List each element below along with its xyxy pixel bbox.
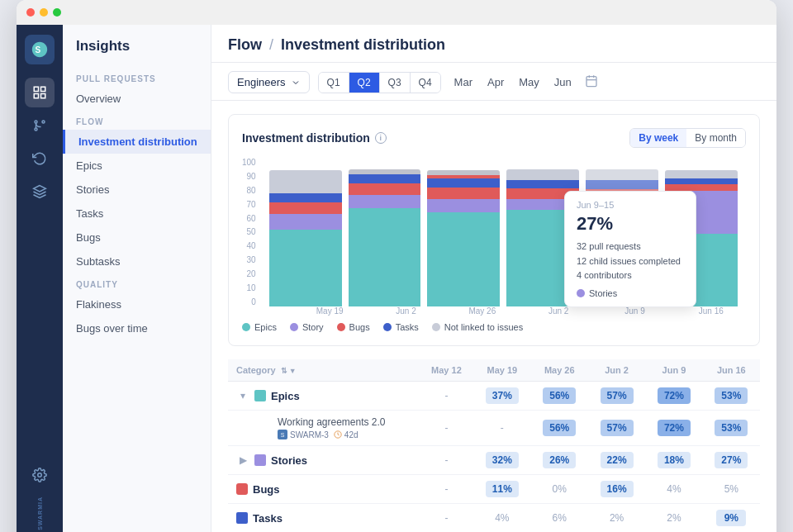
tooltip-pr: 32 pull requests xyxy=(577,240,684,254)
bugs-icon xyxy=(236,483,248,495)
tasks-label: Tasks xyxy=(253,512,283,525)
x-label-5: Jun 9 xyxy=(600,306,669,316)
stories-toggle[interactable]: ▶ xyxy=(236,454,249,467)
bar-bugs-6 xyxy=(665,184,738,191)
month-may[interactable]: May xyxy=(517,73,541,92)
chart-legend: Epics Story Bugs Tasks xyxy=(242,316,746,332)
sidebar-logo: S xyxy=(25,35,55,64)
tasks-jun9: 2% xyxy=(667,512,681,524)
bar-stack-3[interactable] xyxy=(427,170,500,306)
content-area: Investment distribution i By week By mon… xyxy=(211,101,776,532)
stories-icon xyxy=(254,454,266,466)
sub-item-meta: S SWARM-3 42d xyxy=(278,430,411,439)
x-label-1: May 19 xyxy=(295,306,364,316)
swarm-icon: S xyxy=(278,430,287,439)
tasks-may12: - xyxy=(444,512,448,524)
nav-item-bugs[interactable]: Bugs xyxy=(63,226,211,249)
nav-item-stories[interactable]: Stories xyxy=(63,178,211,202)
legend-bugs: Bugs xyxy=(337,322,370,332)
nav-section-pr: PULL REQUESTS xyxy=(63,68,211,87)
view-by-month[interactable]: By month xyxy=(686,129,745,147)
bugs-may12: - xyxy=(444,483,448,495)
stories-jun2: 22% xyxy=(601,452,634,468)
bar-tasks-4 xyxy=(506,180,579,188)
sidebar-bottom: SWARMIA xyxy=(25,460,55,532)
nav-item-epics[interactable]: Epics xyxy=(63,154,211,178)
month-apr[interactable]: Apr xyxy=(486,73,506,92)
x-label-6: Jun 16 xyxy=(677,306,746,316)
sub-item-name: Working agreements 2.0 xyxy=(278,416,411,428)
tooltip-dot xyxy=(577,289,585,297)
calendar-icon[interactable] xyxy=(585,74,598,91)
table-row-bugs: Bugs - 11% 0% 16% 4% 5% xyxy=(228,475,760,504)
left-nav: Insights PULL REQUESTS Overview FLOW Inv… xyxy=(63,25,211,532)
nav-item-investment[interactable]: Investment distribution xyxy=(63,130,211,154)
quarter-q3[interactable]: Q3 xyxy=(380,73,411,93)
data-table: Category ⇅▼ May 12 May 19 May 26 Jun 2 J… xyxy=(228,359,760,532)
nav-section-quality: QUALITY xyxy=(63,273,211,292)
view-by-week[interactable]: By week xyxy=(630,129,686,147)
epics-may26: 56% xyxy=(543,387,576,404)
bugs-jun16: 5% xyxy=(724,483,738,495)
quarter-selector: Q1 Q2 Q3 Q4 xyxy=(318,72,441,93)
epics-jun2: 57% xyxy=(601,387,634,404)
month-mar[interactable]: Mar xyxy=(453,73,474,92)
month-jun[interactable]: Jun xyxy=(553,73,573,92)
sidebar-icon-git[interactable] xyxy=(25,111,55,140)
bar-stack-2[interactable] xyxy=(349,169,421,306)
table-row-working-agreements: Working agreements 2.0 S SWARM-3 xyxy=(228,411,760,446)
epics-jun9: 72% xyxy=(658,387,691,404)
wa-jun16: 53% xyxy=(715,420,748,436)
chart-title: Investment distribution i xyxy=(242,131,387,145)
stories-jun9: 18% xyxy=(658,452,691,468)
svg-point-6 xyxy=(35,121,37,123)
sidebar-icon-layers[interactable] xyxy=(25,177,55,207)
page-header: Flow / Investment distribution xyxy=(211,25,776,63)
quarter-q4[interactable]: Q4 xyxy=(411,73,440,93)
sidebar-icon-settings[interactable] xyxy=(25,460,55,490)
col-category[interactable]: Category ⇅▼ xyxy=(228,359,420,382)
nav-item-subtasks[interactable]: Subtasks xyxy=(63,249,211,273)
bar-epics-1 xyxy=(269,230,342,306)
nav-item-bugs-over-time[interactable]: Bugs over time xyxy=(63,316,211,340)
bar-tasks-1 xyxy=(269,193,342,202)
breadcrumb-root: Flow xyxy=(228,36,262,53)
nav-section-flow: FLOW xyxy=(63,111,211,130)
legend-dot-bugs xyxy=(337,323,345,331)
nav-item-tasks[interactable]: Tasks xyxy=(63,202,211,226)
info-icon[interactable]: i xyxy=(375,132,387,144)
nav-item-overview[interactable]: Overview xyxy=(63,87,211,111)
quarter-q2[interactable]: Q2 xyxy=(349,73,380,93)
tooltip-category: Stories xyxy=(577,288,684,298)
bar-group-3[interactable] xyxy=(427,170,500,306)
bar-group-1[interactable] xyxy=(269,170,342,306)
wa-may19: - xyxy=(501,422,504,434)
wa-may12: - xyxy=(444,422,448,434)
tooltip-child: 12 child issues completed xyxy=(577,254,684,269)
col-may26: May 26 xyxy=(531,359,588,382)
meta-days: 42d xyxy=(334,430,359,439)
col-jun9: Jun 9 xyxy=(645,359,702,382)
breadcrumb-current: Investment distribution xyxy=(281,36,445,53)
nav-item-flakiness[interactable]: Flakiness xyxy=(63,292,211,316)
bar-tasks-6 xyxy=(665,178,738,184)
tasks-jun2: 2% xyxy=(610,512,624,524)
quarter-q1[interactable]: Q1 xyxy=(319,73,349,93)
tasks-may19: 4% xyxy=(495,512,509,524)
sidebar-icon-loop[interactable] xyxy=(25,144,55,173)
bar-group-2[interactable] xyxy=(349,169,421,306)
team-dropdown[interactable]: Engineers xyxy=(228,71,310,93)
tasks-jun16: 9% xyxy=(716,510,746,526)
bar-stack-1[interactable] xyxy=(269,170,342,306)
svg-rect-2 xyxy=(41,87,45,91)
table-row-tasks: Tasks - 4% 6% 2% 2% 9% xyxy=(228,504,760,533)
bar-epics-2 xyxy=(349,208,421,306)
legend-tasks: Tasks xyxy=(383,322,419,332)
stories-may19: 32% xyxy=(486,452,519,468)
sidebar-icon-grid[interactable] xyxy=(25,78,55,107)
toolbar: Engineers Q1 Q2 Q3 Q4 Mar Apr May Jun xyxy=(211,63,776,101)
legend-dot-unlinked xyxy=(432,323,440,331)
epics-toggle[interactable]: ▾ xyxy=(236,389,249,402)
table-row-stories: ▶ Stories - 32% 26% 22% 18% xyxy=(228,446,760,475)
svg-point-7 xyxy=(42,121,45,123)
